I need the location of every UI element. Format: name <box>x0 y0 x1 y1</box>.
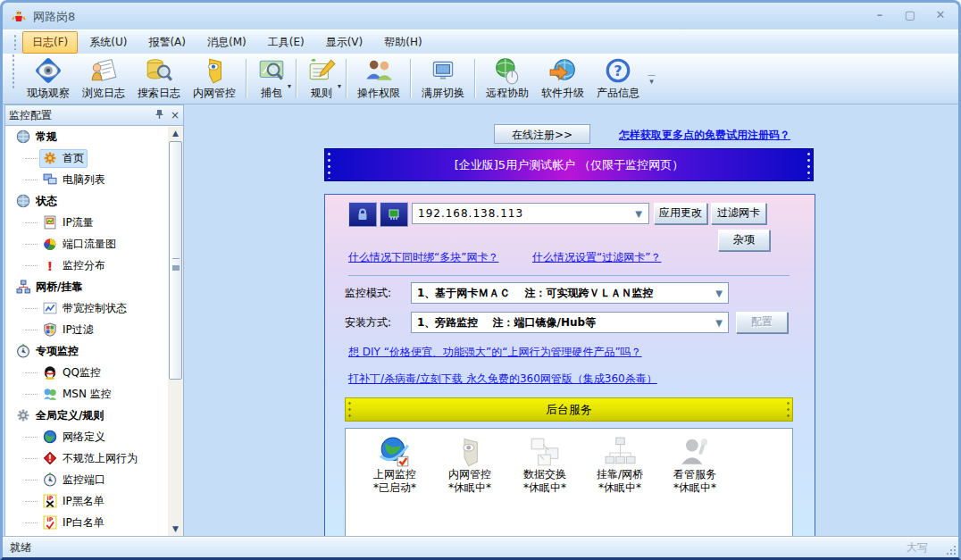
install-mode-combobox[interactable]: 1、旁路监控 注：端口镜像/Hub等 ▼ <box>411 312 729 333</box>
nic-ip-combobox[interactable]: 192.168.138.113 ▼ <box>412 203 649 224</box>
service-item[interactable]: 上网监控*已启动* <box>358 436 431 495</box>
tree-item[interactable]: IPIP白名单 <box>5 512 183 533</box>
tree-item[interactable]: 常规 <box>5 126 183 147</box>
tree-item[interactable]: 电脑列表 <box>5 169 183 190</box>
toolbar-overflow-button[interactable]: —▾ <box>648 72 656 85</box>
service-item[interactable]: 看管服务*休眠中* <box>658 436 731 495</box>
toolbar-grip-icon <box>12 54 15 88</box>
toolbar-button[interactable]: 现场观察 <box>21 54 76 104</box>
toolbar-button-label: 远程协助 <box>486 86 529 101</box>
service-item[interactable]: 挂靠/网桥*休眠中* <box>583 436 656 495</box>
menu-item[interactable]: 日志(F) <box>22 31 78 54</box>
tree-connector <box>25 436 38 438</box>
toolbar: 现场观察浏览日志搜索日志内网管控捕包▾规则▾操作权限满屏切换远程协助软件升级?产… <box>3 54 958 104</box>
monitor-mode-combobox[interactable]: 1、基于网卡ＭＡＣ 注：可实现跨ＶＬＡＮ监控 ▼ <box>411 282 729 304</box>
close-button[interactable]: ✕ <box>932 8 949 21</box>
scroll-up-icon[interactable]: ▲ <box>168 127 183 140</box>
tree-item[interactable]: 网桥/挂靠 <box>5 276 183 297</box>
pin-icon[interactable] <box>151 109 167 122</box>
tree-item[interactable]: 网络定义 <box>5 426 183 447</box>
minimize-button[interactable]: – <box>871 8 889 21</box>
toolbar-button[interactable]: ?产品信息 <box>590 54 646 104</box>
ip-blacklist-icon: IP <box>43 494 57 508</box>
toolbar-button[interactable]: 规则▾ <box>301 54 342 104</box>
tree-item[interactable]: 专项监控 <box>5 340 183 362</box>
config-button[interactable]: 配置 <box>736 312 788 333</box>
toolbar-button[interactable]: 浏览日志 <box>76 54 131 104</box>
gear-gray-icon <box>16 408 30 422</box>
close-panel-icon[interactable]: × <box>167 109 183 121</box>
tree-item-label: 首页 <box>63 151 84 166</box>
meter-clock-icon <box>16 344 30 358</box>
toolbar-button[interactable]: 软件升级 <box>535 54 590 104</box>
scroll-down-icon[interactable]: ▼ <box>168 522 183 536</box>
toolbar-button[interactable]: 操作权限 <box>351 54 406 104</box>
chevron-down-icon[interactable]: ▼ <box>715 288 723 298</box>
toolbar-button[interactable]: 满屏切换 <box>415 54 471 104</box>
tree-item[interactable]: 全局定义/规则 <box>5 405 183 426</box>
toolbar-button[interactable]: 捕包▾ <box>251 54 292 104</box>
filter-nic-button[interactable]: 过滤网卡 <box>711 203 766 224</box>
fullscreen-monitor-icon <box>429 56 457 85</box>
lock-button[interactable] <box>348 202 377 227</box>
tree-item-label: QQ监控 <box>63 365 101 380</box>
resize-grip-icon[interactable] <box>945 544 956 555</box>
menu-item[interactable]: 报警(A) <box>138 31 196 54</box>
online-register-button[interactable]: 在线注册>> <box>494 124 590 144</box>
menu-item[interactable]: 系统(U) <box>79 31 137 54</box>
service-item[interactable]: 数据交换*休眠中* <box>508 436 581 495</box>
maximize-button[interactable]: ▢ <box>901 8 919 21</box>
tree-item[interactable]: IPIP黑名单 <box>5 490 183 512</box>
tree-item[interactable]: IP流量 <box>5 212 183 233</box>
tree-item-label: 电脑列表 <box>63 172 105 188</box>
tree-connector <box>25 243 38 245</box>
chevron-down-icon[interactable]: ▼ <box>715 318 723 328</box>
toolbar-button-label: 软件升级 <box>541 86 584 101</box>
menu-item[interactable]: 工具(E) <box>258 31 314 54</box>
get-trial-code-link[interactable]: 怎样获取更多点的免费试用注册码？ <box>619 128 790 143</box>
tree-item[interactable]: 状态 <box>5 190 183 212</box>
tree-item[interactable]: 监控端口 <box>5 469 183 490</box>
tree-item[interactable]: 端口流量图 <box>5 233 183 255</box>
tree-scrollbar[interactable]: ▲ ▼ <box>168 127 183 536</box>
service-name: 看管服务 <box>673 468 716 481</box>
tree-item[interactable]: 带宽控制状态 <box>5 297 183 319</box>
software-upgrade-globe-icon <box>548 56 577 85</box>
tree-item[interactable]: QQ监控 <box>5 362 183 383</box>
tree-item[interactable]: IP过滤 <box>5 319 183 340</box>
toolbar-button-label: 操作权限 <box>357 86 400 101</box>
guard-service-icon <box>679 436 711 468</box>
download-360-link[interactable]: 打补丁/杀病毒/立刻下载 永久免费的360网管版（集成360杀毒） <box>348 372 657 387</box>
misc-button[interactable]: 杂项 <box>718 230 770 251</box>
network-card-button[interactable] <box>380 202 408 227</box>
bind-multiple-nics-link[interactable]: 什么情况下同时绑“多块”网卡？ <box>348 250 498 265</box>
scrollbar-thumb[interactable] <box>169 141 182 380</box>
net-monitor-globe-icon <box>379 436 411 468</box>
sidebar-header: 监控配置 × <box>4 104 184 126</box>
tree-item[interactable]: !不规范上网行为 <box>5 447 183 469</box>
banner-dots-right <box>786 400 790 419</box>
chevron-down-icon[interactable]: ▼ <box>635 209 643 219</box>
chart-doc-icon <box>43 215 57 230</box>
service-item[interactable]: 内网管控*休眠中* <box>433 436 506 495</box>
tree-connector <box>25 393 38 395</box>
toolbar-button[interactable]: 远程协助 <box>480 54 535 104</box>
tree-item[interactable]: !监控分布 <box>5 255 183 276</box>
tree-connector <box>25 179 38 180</box>
toolbar-button[interactable]: 内网管控 <box>187 54 242 104</box>
tree-item[interactable]: 首页 <box>5 147 183 169</box>
tree-item-label: IP流量 <box>63 215 94 230</box>
divider <box>348 275 790 276</box>
menu-item[interactable]: 消息(M) <box>197 31 256 54</box>
apply-changes-button[interactable]: 应用更改 <box>654 203 707 224</box>
diy-hardware-link[interactable]: 想 DIY “价格便宜、功能强大”的“上网行为管理硬件产品”吗？ <box>348 345 642 360</box>
dropdown-arrow-icon[interactable]: ▾ <box>288 82 291 90</box>
tree-item[interactable]: MSN 监控 <box>5 383 183 405</box>
tree-connector <box>25 372 38 373</box>
dropdown-arrow-icon[interactable]: ▾ <box>338 82 341 90</box>
filter-nic-help-link[interactable]: 什么情况设置“过滤网卡”？ <box>532 250 661 265</box>
toolbar-button[interactable]: 搜索日志 <box>131 54 187 104</box>
menu-item[interactable]: 帮助(H) <box>374 31 431 54</box>
nic-ip-value: 192.168.138.113 <box>418 207 635 220</box>
menu-item[interactable]: 显示(V) <box>316 31 373 54</box>
